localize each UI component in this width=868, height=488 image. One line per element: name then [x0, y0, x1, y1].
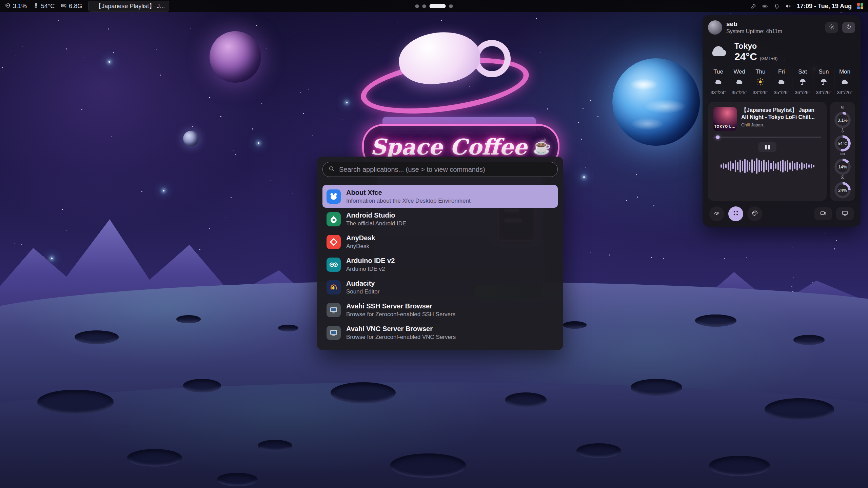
launcher-results: About XfceInformation about the Xfce Des… — [322, 185, 558, 344]
weather-forecast: Tue33°/24°Wed35°/25°Thu33°/26°Fri35°/26°… — [708, 68, 855, 97]
cpu-readout: 3.1% — [5, 2, 27, 10]
computer-icon — [327, 303, 341, 317]
moon-crater — [390, 453, 466, 478]
volume-icon[interactable] — [785, 3, 791, 9]
system-uptime: System Uptime: 4h11m — [726, 28, 821, 35]
gear-icon — [829, 24, 835, 31]
moon-crater — [563, 321, 587, 329]
cloud-icon — [714, 78, 723, 87]
cloud-icon — [735, 78, 744, 87]
moon-crater — [331, 382, 396, 403]
neon-sign-text: Space Coffee — [371, 134, 527, 160]
power-button[interactable] — [842, 22, 855, 33]
power-icon — [846, 24, 852, 31]
record-button[interactable] — [814, 207, 832, 220]
moon-crater — [695, 314, 736, 327]
result-title: Android Studio — [346, 211, 406, 219]
forecast-day: Sun33°/26° — [813, 68, 834, 95]
stat-cpu: 3.1% — [834, 105, 851, 128]
moon-crater — [709, 456, 770, 476]
workspace-active-pill[interactable] — [430, 4, 446, 8]
rain-icon — [798, 78, 807, 87]
search-icon — [328, 165, 335, 174]
launcher-result[interactable]: AnyDeskAnyDesk — [322, 230, 558, 253]
palette-icon — [751, 210, 758, 218]
system-stats-column: 3.1%54°C14%24% — [830, 102, 855, 201]
cloud-icon — [777, 78, 786, 87]
thermo-icon — [840, 128, 845, 134]
forecast-day: Mon33°/26° — [834, 68, 855, 95]
forecast-day: Wed35°/25° — [729, 68, 750, 95]
workspace-dot[interactable] — [422, 4, 426, 8]
widgets-button[interactable] — [728, 206, 743, 221]
app-launcher: About XfceInformation about the Xfce Des… — [317, 157, 563, 350]
pause-button[interactable] — [758, 142, 776, 152]
track-subtitle: Chill Japan. — [741, 122, 822, 127]
arduino-icon — [327, 258, 341, 272]
clock[interactable]: 17:09 - Tue, 19 Aug — [797, 3, 852, 10]
pause-icon — [768, 145, 770, 149]
seek-bar[interactable] — [713, 137, 821, 138]
workspace-indicator[interactable] — [415, 0, 453, 12]
launcher-result[interactable]: Arduino IDE v2Arduino IDE v2 — [322, 253, 558, 276]
album-art[interactable]: TOKYO L... — [713, 107, 737, 131]
app-grid-icon[interactable] — [857, 3, 863, 9]
moon-crater — [127, 449, 182, 467]
theme-button[interactable] — [747, 206, 762, 221]
search-box[interactable] — [322, 162, 558, 177]
result-subtitle: Sound Editor — [346, 288, 379, 295]
launcher-result[interactable]: Avahi SSH Server BrowserBrowse for Zeroc… — [322, 299, 558, 321]
result-subtitle: Browse for Zeroconf-enabled VNC Servers — [346, 333, 456, 341]
tools-icon[interactable] — [751, 3, 757, 9]
video-icon — [820, 210, 827, 218]
moon-crater — [576, 443, 621, 458]
workspace-dot[interactable] — [415, 4, 419, 8]
apps-icon — [732, 210, 739, 218]
sidebar-button-row — [708, 206, 855, 221]
ram-icon — [61, 2, 67, 10]
temp-readout: 54°C — [33, 2, 55, 10]
media-ticker-button[interactable]: 【Japanese Playlist】 J... — [88, 1, 169, 12]
user-name: seb — [726, 20, 821, 28]
moon-crater — [505, 392, 547, 407]
user-card: seb System Uptime: 4h11m — [708, 20, 855, 35]
forecast-day: Thu33°/26° — [750, 68, 771, 95]
stat-disk: 24% — [834, 175, 851, 198]
audio-waveform — [713, 156, 822, 176]
weather-temp: 24°C — [734, 51, 757, 62]
media-ticker-label: 【Japanese Playlist】 J... — [95, 2, 165, 10]
moon-crater — [183, 379, 221, 392]
battery-icon[interactable] — [762, 3, 768, 9]
cloud-icon — [709, 41, 729, 62]
result-subtitle: Information about the Xfce Desktop Envir… — [346, 197, 471, 204]
result-title: AnyDesk — [346, 234, 375, 242]
ram-icon — [840, 151, 845, 158]
settings-button[interactable] — [825, 22, 838, 33]
moon-crater — [258, 440, 292, 451]
display-button[interactable] — [836, 207, 854, 220]
launcher-result[interactable]: About XfceInformation about the Xfce Des… — [322, 185, 558, 208]
stat-memory: 14% — [834, 151, 851, 175]
seek-handle[interactable] — [716, 136, 719, 139]
launcher-result[interactable]: Avahi VNC Server BrowserBrowse for Zeroc… — [322, 321, 558, 344]
album-art-label: TOKYO L... — [713, 125, 737, 128]
audacity-icon — [327, 280, 341, 294]
search-input[interactable] — [338, 165, 552, 174]
launcher-result[interactable]: Android StudioThe official Android IDE — [322, 208, 558, 230]
avatar[interactable] — [708, 20, 722, 35]
anydesk-icon — [327, 235, 341, 249]
cloud-icon — [841, 78, 849, 87]
result-title: Avahi SSH Server Browser — [346, 302, 455, 310]
forecast-day: Tue33°/24° — [708, 68, 729, 95]
rain-icon — [820, 78, 828, 87]
launcher-result[interactable]: AudacitySound Editor — [322, 276, 558, 299]
sun-icon — [756, 78, 765, 87]
bell-icon[interactable] — [774, 3, 780, 9]
weather-timezone: (GMT+9) — [760, 56, 777, 61]
gauge-button[interactable] — [709, 206, 724, 221]
display-icon — [842, 210, 848, 218]
workspace-dot[interactable] — [449, 4, 453, 8]
moon-crater — [217, 473, 258, 486]
moon-crater — [278, 325, 298, 331]
androidstudio-icon — [327, 212, 341, 226]
